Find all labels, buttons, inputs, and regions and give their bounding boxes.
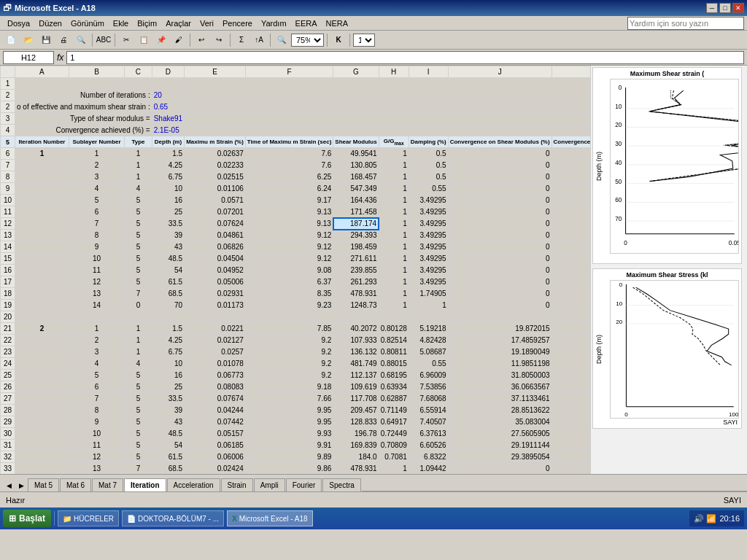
font-size-select[interactable]: 10812: [353, 34, 375, 47]
cut-button[interactable]: ✂: [118, 32, 134, 48]
data-row-32: 32 12 5 61.5 0.06006 9.89 184.0 0.7081 6…: [1, 451, 591, 463]
title-bar-text: Microsoft Excel - A18: [15, 4, 96, 12]
taskbar-label-0: HÜCRELER: [74, 515, 114, 523]
col-header-K[interactable]: K: [551, 66, 590, 78]
eff-shear-value: 0.65: [152, 101, 184, 113]
status-text: Hazır: [6, 496, 25, 505]
col-header-I[interactable]: I: [409, 66, 448, 78]
taskbar-icon-2: X: [232, 515, 237, 523]
data-row-16: 16 11 5 54 0.04952 9.08 239.855 1 3.4929…: [1, 265, 591, 276]
col-header-B[interactable]: B: [69, 66, 124, 78]
new-button[interactable]: 📄: [3, 32, 19, 48]
minimize-button[interactable]: ─: [706, 3, 718, 13]
bold-button[interactable]: K: [330, 32, 347, 48]
tab-acceleration[interactable]: Acceleration: [167, 478, 220, 491]
meta-iterations-value: 20: [152, 90, 184, 101]
empty: [185, 90, 590, 101]
col-header-J[interactable]: J: [448, 66, 551, 78]
col-header-H[interactable]: H: [379, 66, 409, 78]
shear-mod-value: Shake91: [152, 113, 184, 125]
print-button[interactable]: 🖨: [55, 32, 71, 48]
taskbar-icon-1: 📄: [127, 515, 136, 523]
fx-label: fx: [57, 52, 63, 63]
tab-scroll-left[interactable]: ◀: [3, 480, 15, 491]
spell-button[interactable]: ABC: [96, 32, 112, 48]
menu-pencere[interactable]: Pencere: [218, 18, 257, 29]
data-row-18: 18 13 7 68.5 0.02931 8.35 478.931 1 1.74…: [1, 288, 591, 300]
col-header-G[interactable]: G: [333, 66, 379, 78]
undo-button[interactable]: ↩: [193, 32, 209, 48]
sheet-scroll[interactable]: A B C D E F G H I J K L M N: [0, 66, 590, 474]
tab-mat5[interactable]: Mat 5: [28, 478, 59, 491]
paste-button[interactable]: 📌: [153, 32, 169, 48]
close-button[interactable]: ✕: [732, 3, 744, 13]
taskbar-item-1[interactable]: 📄 DOKTORA-BÖLÜM7 - ...: [122, 510, 224, 526]
col-header-C[interactable]: C: [125, 66, 152, 78]
data-row-26: 26 6 5 25 0.08083 9.18 109.619 0.63934 7…: [1, 381, 591, 393]
menu-duzen[interactable]: Düzen: [34, 18, 66, 29]
menu-dosya[interactable]: Dosya: [3, 18, 34, 29]
menu-araclar[interactable]: Araçlar: [161, 18, 196, 29]
tab-spectra[interactable]: Spectra: [322, 478, 360, 491]
taskbar-item-0[interactable]: 📁 HÜCRELER: [58, 510, 119, 526]
zoom-select[interactable]: 75%100%150%: [291, 34, 324, 47]
help-search[interactable]: [627, 17, 744, 30]
status-right: SAYI: [724, 496, 741, 505]
open-button[interactable]: 📂: [20, 32, 36, 48]
data-row-30: 30 10 5 48.5 0.05157 9.93 196.78 0.72449…: [1, 428, 591, 440]
formula-bar: fx: [0, 50, 747, 66]
d6-strain: 0.02637: [185, 148, 246, 160]
sort-asc[interactable]: ↑A: [251, 32, 267, 48]
menu-bar: Dosya Düzen Görünüm Ekle Biçim Araçlar V…: [0, 16, 747, 31]
data-row-7: 7 2 1 4.25 0.02233 7.6 130.805 1 0.5 0 0…: [1, 160, 591, 171]
menu-veri[interactable]: Veri: [196, 18, 218, 29]
tab-fourier[interactable]: Fourier: [286, 478, 322, 491]
stress-chart-svg: 0 100 0 10 20: [611, 281, 738, 418]
row-num-1: 1: [1, 78, 15, 90]
col-header-A[interactable]: A: [15, 66, 69, 78]
name-box[interactable]: [3, 51, 54, 64]
print-preview-button[interactable]: 🔍: [73, 32, 89, 48]
copy-button[interactable]: 📋: [136, 32, 152, 48]
format-painter[interactable]: 🖌: [171, 32, 187, 48]
menu-gorunum[interactable]: Görünüm: [66, 18, 109, 29]
tab-strain[interactable]: Strain: [221, 478, 253, 491]
tab-ampli[interactable]: Ampli: [254, 478, 285, 491]
maximize-button[interactable]: □: [719, 3, 731, 13]
menu-ekle[interactable]: Ekle: [109, 18, 133, 29]
tab-scroll-right[interactable]: ▶: [15, 480, 27, 491]
save-button[interactable]: 💾: [38, 32, 54, 48]
menu-yardim[interactable]: Yardım: [257, 18, 291, 29]
formula-input[interactable]: [66, 51, 744, 64]
menu-bicim[interactable]: Biçim: [133, 18, 161, 29]
sum-button[interactable]: Σ: [233, 32, 249, 48]
tab-mat7[interactable]: Mat 7: [92, 478, 123, 491]
data-row-13: 13 8 5 39 0.04861 9.12 294.393 1 3.49295…: [1, 230, 591, 241]
col-header-E[interactable]: E: [185, 66, 246, 78]
redo-button[interactable]: ↪: [211, 32, 227, 48]
tab-iteration[interactable]: Iteration: [124, 478, 166, 491]
data-row-17: 17 12 5 61.5 0.05006 6.37 261.293 1 3.49…: [1, 276, 591, 288]
shear-strain-title: Maximum Shear strain (: [595, 70, 739, 77]
col-header-D[interactable]: D: [152, 66, 184, 78]
taskbar-item-2[interactable]: X Microsoft Excel - A18: [227, 510, 313, 526]
svg-text:70: 70: [615, 216, 622, 222]
data-row-19: 19 14 0 70 0.01173 9.23 1248.73 1 1 0 0 …: [1, 300, 591, 311]
col-header-F[interactable]: F: [245, 66, 333, 78]
menu-eera[interactable]: EERA: [291, 18, 322, 29]
menu-nera[interactable]: NERA: [322, 18, 353, 29]
svg-text:50: 50: [615, 179, 622, 185]
hdr-type: Type: [125, 136, 152, 148]
empty: [185, 113, 590, 125]
data-row-14: 14 9 5 43 0.06826 9.12 198.459 1 3.49295…: [1, 241, 591, 253]
table-row: 2 Number of iterations : 20: [1, 90, 591, 101]
data-row-31: 31 11 5 54 0.06185 9.91 169.839 0.70809 …: [1, 440, 591, 451]
sheet-tabs-bar: ◀ ▶ Mat 5 Mat 6 Mat 7 Iteration Accelera…: [0, 474, 747, 491]
table-row: 3 Type of shear modulus = Shake91: [1, 113, 591, 125]
zoom-out[interactable]: 🔍: [274, 32, 290, 48]
svg-text:0: 0: [624, 240, 627, 246]
tab-mat6[interactable]: Mat 6: [60, 478, 91, 491]
hdr-shearmod: Shear Modulus: [333, 136, 379, 148]
start-label: Başlat: [19, 513, 45, 524]
start-button[interactable]: ⊞ Başlat: [3, 510, 51, 527]
